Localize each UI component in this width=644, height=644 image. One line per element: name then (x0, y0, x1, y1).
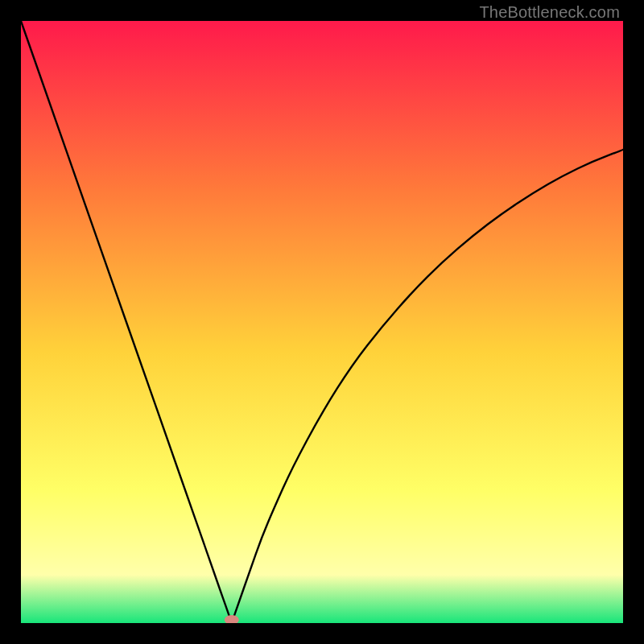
bottleneck-chart (21, 21, 623, 623)
chart-frame (21, 21, 623, 623)
gradient-background (21, 21, 623, 623)
watermark-text: TheBottleneck.com (479, 3, 620, 22)
